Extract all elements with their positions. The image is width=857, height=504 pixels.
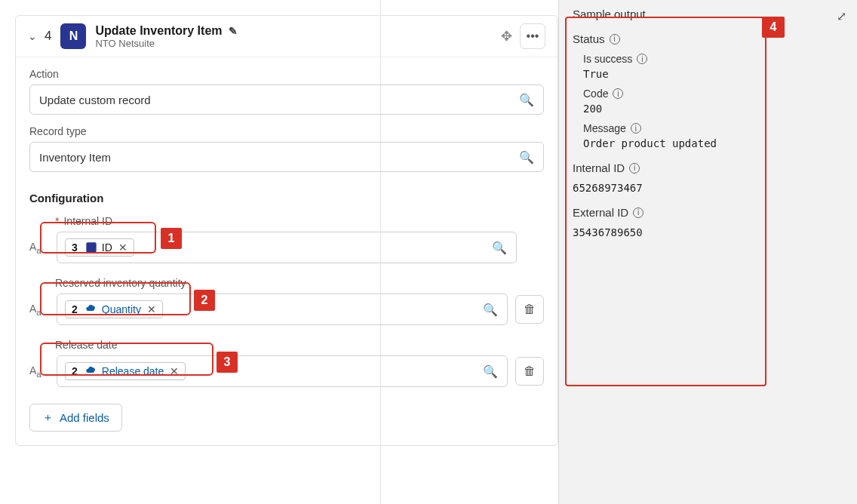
status-label: Status bbox=[573, 32, 605, 45]
search-icon: 🔍 bbox=[483, 303, 498, 317]
step-number: 4 bbox=[45, 29, 51, 44]
action-select[interactable]: Update custom record 🔍 bbox=[29, 85, 544, 115]
record-type-select[interactable]: Inventory Item 🔍 bbox=[29, 142, 544, 172]
action-value: Update custom record bbox=[39, 94, 151, 106]
salesforce-icon bbox=[85, 303, 97, 315]
record-type-value: Inventory Item bbox=[39, 151, 111, 164]
chevron-down-icon[interactable]: ⌄ bbox=[28, 30, 37, 42]
netsuite-app-icon: N bbox=[60, 23, 86, 49]
edit-title-icon[interactable]: ✎ bbox=[229, 25, 238, 37]
svg-rect-0 bbox=[86, 242, 96, 252]
salesforce-icon bbox=[85, 365, 97, 377]
netsuite-icon bbox=[85, 241, 97, 254]
internal-id-label: Internal ID bbox=[63, 215, 112, 227]
add-fields-button[interactable]: ＋ Add fields bbox=[29, 404, 122, 432]
reserved-qty-label: Reserved inventory quantity bbox=[55, 277, 544, 289]
output-panel: ⤢ Sample output Statusi Is successi True… bbox=[558, 0, 857, 504]
info-icon[interactable]: i bbox=[633, 207, 644, 218]
external-id-out-label: External ID bbox=[573, 206, 628, 219]
text-type-icon: Aa bbox=[29, 303, 49, 317]
delete-field-button[interactable]: 🗑 bbox=[515, 295, 544, 324]
delete-field-button[interactable]: 🗑 bbox=[515, 357, 544, 386]
step-title: Update Inventory Item bbox=[95, 24, 222, 38]
release-date-input[interactable]: 2 Release date ✕ 🔍 bbox=[57, 355, 508, 387]
configuration-heading: Configuration bbox=[29, 192, 544, 204]
record-type-label: Record type bbox=[29, 125, 544, 137]
code-label: Code bbox=[583, 88, 608, 100]
internal-id-out-label: Internal ID bbox=[573, 161, 625, 174]
info-icon[interactable]: i bbox=[613, 88, 623, 99]
info-icon[interactable]: i bbox=[631, 123, 641, 134]
expand-icon[interactable]: ⤢ bbox=[837, 9, 846, 23]
action-label: Action bbox=[29, 68, 544, 80]
search-icon: 🔍 bbox=[519, 93, 534, 107]
message-value: Order product updated bbox=[583, 137, 843, 149]
info-icon[interactable]: i bbox=[629, 163, 640, 174]
text-type-icon: Aa bbox=[29, 364, 49, 379]
internal-id-pill[interactable]: 3 ID ✕ bbox=[65, 238, 134, 257]
info-icon[interactable]: i bbox=[610, 34, 620, 45]
search-icon: 🔍 bbox=[519, 150, 534, 164]
remove-pill-icon[interactable]: ✕ bbox=[118, 241, 127, 254]
release-date-label: Release date bbox=[55, 339, 544, 351]
external-id-out-value: 35436789650 bbox=[573, 226, 843, 238]
output-title: Sample output bbox=[573, 8, 843, 20]
step-card: ⌄ 4 N Update Inventory Item ✎ NTO Netsui… bbox=[15, 15, 558, 446]
text-type-icon: Aa bbox=[29, 241, 49, 255]
move-handle-icon[interactable]: ✥ bbox=[501, 28, 512, 45]
remove-pill-icon[interactable]: ✕ bbox=[147, 303, 156, 315]
message-label: Message bbox=[583, 122, 626, 134]
step-subtitle: NTO Netsuite bbox=[95, 38, 237, 49]
card-header: ⌄ 4 N Update Inventory Item ✎ NTO Netsui… bbox=[16, 16, 558, 57]
info-icon[interactable]: i bbox=[637, 54, 647, 64]
reserved-qty-input[interactable]: 2 Quantity ✕ 🔍 bbox=[57, 293, 508, 325]
search-icon: 🔍 bbox=[492, 241, 507, 255]
is-success-value: True bbox=[583, 68, 843, 80]
internal-id-input[interactable]: 3 ID ✕ 🔍 bbox=[57, 232, 517, 263]
internal-id-out-value: 65268973467 bbox=[573, 182, 843, 194]
code-value: 200 bbox=[583, 103, 843, 115]
search-icon: 🔍 bbox=[483, 364, 498, 379]
release-date-pill[interactable]: 2 Release date ✕ bbox=[65, 362, 186, 380]
reserved-qty-pill[interactable]: 2 Quantity ✕ bbox=[65, 300, 163, 318]
remove-pill-icon[interactable]: ✕ bbox=[170, 365, 179, 377]
more-actions-button[interactable]: ••• bbox=[520, 23, 545, 49]
plus-icon: ＋ bbox=[42, 410, 54, 425]
is-success-label: Is success bbox=[583, 53, 632, 65]
